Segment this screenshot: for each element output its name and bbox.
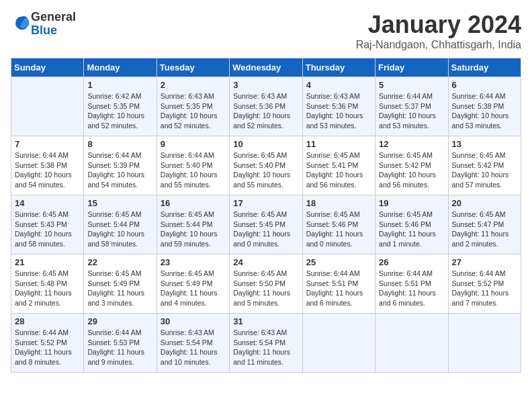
day-number: 19	[379, 198, 444, 208]
day-cell: 8Sunrise: 6:44 AM Sunset: 5:39 PM Daylig…	[84, 136, 157, 195]
day-number: 16	[161, 198, 226, 208]
day-cell: 23Sunrise: 6:45 AM Sunset: 5:49 PM Dayli…	[157, 255, 229, 314]
day-info: Sunrise: 6:44 AM Sunset: 5:51 PM Dayligh…	[306, 269, 371, 308]
day-number: 10	[233, 139, 298, 149]
day-info: Sunrise: 6:45 AM Sunset: 5:40 PM Dayligh…	[233, 150, 298, 190]
day-info: Sunrise: 6:43 AM Sunset: 5:54 PM Dayligh…	[161, 328, 226, 367]
day-info: Sunrise: 6:43 AM Sunset: 5:36 PM Dayligh…	[233, 91, 298, 131]
day-cell: 24Sunrise: 6:45 AM Sunset: 5:50 PM Dayli…	[230, 255, 302, 314]
day-number: 9	[161, 139, 226, 149]
day-cell: 13Sunrise: 6:45 AM Sunset: 5:42 PM Dayli…	[448, 136, 521, 195]
day-cell: 6Sunrise: 6:44 AM Sunset: 5:38 PM Daylig…	[448, 77, 521, 136]
day-cell: 14Sunrise: 6:45 AM Sunset: 5:43 PM Dayli…	[11, 195, 84, 255]
header-cell-tuesday: Tuesday	[157, 58, 229, 77]
logo-text: General Blue	[31, 11, 76, 38]
day-info: Sunrise: 6:45 AM Sunset: 5:46 PM Dayligh…	[379, 210, 444, 249]
day-number: 24	[233, 257, 298, 267]
day-number: 6	[452, 80, 517, 90]
day-number: 23	[161, 257, 226, 267]
day-number: 25	[306, 257, 371, 267]
day-info: Sunrise: 6:45 AM Sunset: 5:46 PM Dayligh…	[306, 210, 371, 249]
day-info: Sunrise: 6:42 AM Sunset: 5:35 PM Dayligh…	[87, 91, 152, 131]
day-info: Sunrise: 6:45 AM Sunset: 5:50 PM Dayligh…	[233, 269, 298, 308]
day-info: Sunrise: 6:45 AM Sunset: 5:44 PM Dayligh…	[87, 210, 152, 249]
day-cell: 17Sunrise: 6:45 AM Sunset: 5:45 PM Dayli…	[230, 195, 302, 255]
day-number: 22	[87, 257, 152, 267]
day-number: 14	[15, 198, 80, 208]
day-number: 13	[452, 139, 517, 149]
day-cell: 18Sunrise: 6:45 AM Sunset: 5:46 PM Dayli…	[302, 195, 375, 255]
day-cell: 3Sunrise: 6:43 AM Sunset: 5:36 PM Daylig…	[230, 77, 302, 136]
header-cell-saturday: Saturday	[448, 58, 521, 77]
day-info: Sunrise: 6:44 AM Sunset: 5:52 PM Dayligh…	[15, 328, 80, 367]
day-info: Sunrise: 6:44 AM Sunset: 5:39 PM Dayligh…	[87, 150, 152, 190]
day-number: 31	[233, 316, 298, 326]
day-info: Sunrise: 6:44 AM Sunset: 5:40 PM Dayligh…	[161, 150, 226, 190]
day-cell: 21Sunrise: 6:45 AM Sunset: 5:48 PM Dayli…	[11, 255, 84, 314]
day-number: 27	[452, 257, 517, 267]
day-number: 4	[306, 80, 371, 90]
day-info: Sunrise: 6:44 AM Sunset: 5:37 PM Dayligh…	[379, 91, 444, 131]
logo-general: General	[31, 10, 76, 24]
logo-blue: Blue	[31, 24, 57, 37]
day-cell: 7Sunrise: 6:44 AM Sunset: 5:38 PM Daylig…	[11, 136, 84, 195]
day-info: Sunrise: 6:45 AM Sunset: 5:48 PM Dayligh…	[15, 269, 80, 308]
day-number: 8	[87, 139, 152, 149]
day-info: Sunrise: 6:44 AM Sunset: 5:38 PM Dayligh…	[452, 91, 517, 131]
day-cell: 25Sunrise: 6:44 AM Sunset: 5:51 PM Dayli…	[302, 255, 375, 314]
day-info: Sunrise: 6:45 AM Sunset: 5:43 PM Dayligh…	[15, 210, 80, 249]
calendar-title-area: January 2024 Raj-Nandgaon, Chhattisgarh,…	[356, 11, 521, 51]
day-info: Sunrise: 6:44 AM Sunset: 5:51 PM Dayligh…	[379, 269, 444, 308]
day-number: 17	[233, 198, 298, 208]
day-cell: 15Sunrise: 6:45 AM Sunset: 5:44 PM Dayli…	[84, 195, 157, 255]
header-row: SundayMondayTuesdayWednesdayThursdayFrid…	[11, 58, 521, 77]
day-cell: 26Sunrise: 6:44 AM Sunset: 5:51 PM Dayli…	[375, 255, 448, 314]
day-cell: 20Sunrise: 6:45 AM Sunset: 5:47 PM Dayli…	[448, 195, 521, 255]
page-header: General Blue January 2024 Raj-Nandgaon, …	[11, 11, 521, 51]
day-cell: 12Sunrise: 6:45 AM Sunset: 5:42 PM Dayli…	[375, 136, 448, 195]
day-cell: 31Sunrise: 6:43 AM Sunset: 5:54 PM Dayli…	[230, 314, 302, 373]
logo: General Blue	[11, 11, 76, 38]
header-cell-wednesday: Wednesday	[230, 58, 302, 77]
day-info: Sunrise: 6:45 AM Sunset: 5:45 PM Dayligh…	[233, 210, 298, 249]
day-cell: 2Sunrise: 6:43 AM Sunset: 5:35 PM Daylig…	[157, 77, 229, 136]
day-info: Sunrise: 6:44 AM Sunset: 5:52 PM Dayligh…	[452, 269, 517, 308]
day-info: Sunrise: 6:43 AM Sunset: 5:36 PM Dayligh…	[306, 91, 371, 131]
day-cell: 30Sunrise: 6:43 AM Sunset: 5:54 PM Dayli…	[157, 314, 229, 373]
week-row-3: 14Sunrise: 6:45 AM Sunset: 5:43 PM Dayli…	[11, 195, 521, 255]
day-info: Sunrise: 6:45 AM Sunset: 5:47 PM Dayligh…	[452, 210, 517, 249]
week-row-5: 28Sunrise: 6:44 AM Sunset: 5:52 PM Dayli…	[11, 314, 521, 373]
day-cell: 19Sunrise: 6:45 AM Sunset: 5:46 PM Dayli…	[375, 195, 448, 255]
day-number: 12	[379, 139, 444, 149]
day-cell: 4Sunrise: 6:43 AM Sunset: 5:36 PM Daylig…	[302, 77, 375, 136]
day-number: 21	[15, 257, 80, 267]
day-cell: 1Sunrise: 6:42 AM Sunset: 5:35 PM Daylig…	[84, 77, 157, 136]
day-number: 29	[87, 316, 152, 326]
day-info: Sunrise: 6:45 AM Sunset: 5:41 PM Dayligh…	[306, 150, 371, 190]
day-cell	[302, 314, 375, 373]
day-number: 3	[233, 80, 298, 90]
header-cell-sunday: Sunday	[11, 58, 84, 77]
header-cell-friday: Friday	[375, 58, 448, 77]
day-number: 26	[379, 257, 444, 267]
day-info: Sunrise: 6:44 AM Sunset: 5:38 PM Dayligh…	[15, 150, 80, 190]
day-info: Sunrise: 6:44 AM Sunset: 5:53 PM Dayligh…	[87, 328, 152, 367]
day-cell: 5Sunrise: 6:44 AM Sunset: 5:37 PM Daylig…	[375, 77, 448, 136]
day-cell: 11Sunrise: 6:45 AM Sunset: 5:41 PM Dayli…	[302, 136, 375, 195]
calendar-title: January 2024	[356, 11, 521, 39]
day-cell	[375, 314, 448, 373]
week-row-2: 7Sunrise: 6:44 AM Sunset: 5:38 PM Daylig…	[11, 136, 521, 195]
day-cell: 22Sunrise: 6:45 AM Sunset: 5:49 PM Dayli…	[84, 255, 157, 314]
day-number: 30	[161, 316, 226, 326]
day-info: Sunrise: 6:45 AM Sunset: 5:49 PM Dayligh…	[87, 269, 152, 308]
week-row-4: 21Sunrise: 6:45 AM Sunset: 5:48 PM Dayli…	[11, 255, 521, 314]
day-number: 18	[306, 198, 371, 208]
day-number: 20	[452, 198, 517, 208]
day-cell: 9Sunrise: 6:44 AM Sunset: 5:40 PM Daylig…	[157, 136, 229, 195]
day-number: 5	[379, 80, 444, 90]
day-cell: 16Sunrise: 6:45 AM Sunset: 5:44 PM Dayli…	[157, 195, 229, 255]
day-info: Sunrise: 6:45 AM Sunset: 5:42 PM Dayligh…	[379, 150, 444, 190]
header-cell-thursday: Thursday	[302, 58, 375, 77]
day-cell: 10Sunrise: 6:45 AM Sunset: 5:40 PM Dayli…	[230, 136, 302, 195]
logo-icon	[12, 13, 31, 32]
